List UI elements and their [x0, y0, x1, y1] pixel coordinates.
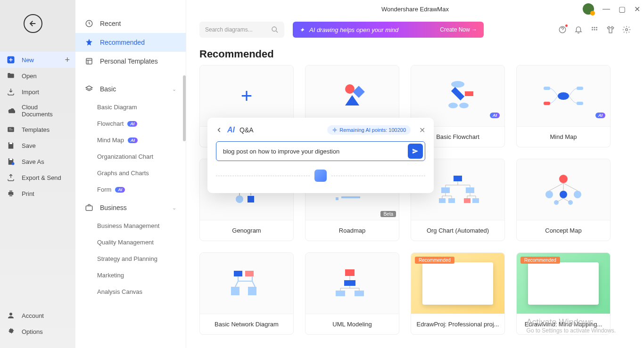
ai-send-button[interactable] [408, 144, 423, 159]
nav-print[interactable]: Print [0, 186, 75, 202]
sub-quality-mgmt[interactable]: Quality Management [75, 234, 186, 251]
section-business[interactable]: Business ⌄ [75, 198, 186, 218]
ai-badge: AI [127, 121, 137, 127]
sub-flowchart[interactable]: FlowchartAI [75, 115, 186, 132]
card-edrawmind[interactable]: Recommended EdrawMind: Mind Mapping... [516, 252, 611, 335]
svg-point-36 [236, 195, 243, 203]
nav-templates[interactable]: Templates [0, 121, 75, 138]
sub-label: Marketing [97, 272, 124, 279]
svg-rect-26 [465, 91, 473, 96]
recommended-badge: Recommended [520, 257, 560, 264]
nav-label: Account [22, 312, 44, 319]
close-button[interactable]: ✕ [634, 5, 640, 14]
sub-basic-diagram[interactable]: Basic Diagram [75, 99, 186, 115]
sub-marketing[interactable]: Marketing [75, 267, 186, 283]
svg-rect-66 [355, 291, 364, 296]
svg-point-67 [334, 129, 336, 131]
card-uml[interactable]: UML Modeling [305, 252, 399, 335]
nav-open[interactable]: Open [0, 68, 75, 84]
app-title: Wondershare EdrawMax [381, 6, 449, 13]
card-concept-map[interactable]: Concept Map [516, 159, 611, 241]
points-text: Remaining AI points: 100200 [339, 127, 406, 133]
ai-points-badge[interactable]: Remaining AI points: 100200 [327, 125, 411, 135]
ai-banner[interactable]: ✦ AI drawing helps open your mind Create… [293, 22, 484, 38]
flowchart-icon [437, 80, 479, 113]
nav-save-as[interactable]: Save As [0, 154, 75, 170]
shapes-icon [336, 82, 369, 110]
sub-graphs-charts[interactable]: Graphs and Charts [75, 165, 186, 181]
templates-icon [7, 125, 15, 134]
sub-mind-map[interactable]: Mind MapAI [75, 132, 186, 148]
export-icon [7, 173, 15, 182]
print-icon [7, 189, 15, 198]
mid-personal-templates[interactable]: Personal Templates [75, 52, 186, 71]
dialog-close-button[interactable]: ✕ [419, 126, 425, 135]
dialog-back-button[interactable] [216, 127, 223, 133]
svg-rect-64 [344, 280, 355, 286]
svg-rect-7 [9, 194, 12, 197]
sparkle-icon: ✦ [299, 26, 305, 33]
settings-icon[interactable] [622, 25, 631, 34]
nav-import[interactable]: Import [0, 84, 75, 100]
back-button[interactable] [24, 14, 42, 33]
plus-icon: + [241, 85, 253, 107]
card-mind-map[interactable]: AI Mind Map [516, 65, 611, 147]
nav-account[interactable]: Account [0, 308, 75, 324]
nav-cloud-documents[interactable]: Cloud Documents [0, 100, 75, 121]
nav-save[interactable]: Save [0, 138, 75, 154]
sub-analysis-canvas[interactable]: Analysis Canvas [75, 283, 186, 300]
nav-export-send[interactable]: Export & Send [0, 170, 75, 186]
ai-divider [216, 170, 425, 182]
svg-point-53 [559, 175, 568, 183]
maximize-button[interactable]: ▢ [619, 5, 626, 14]
bell-icon[interactable] [574, 25, 583, 34]
svg-rect-1 [8, 127, 14, 132]
svg-rect-52 [472, 198, 479, 203]
card-label: UML Modeling [305, 314, 399, 334]
nav-label: Templates [22, 126, 50, 133]
grid-icon[interactable] [590, 25, 599, 34]
nav-label: Open [22, 73, 37, 80]
svg-rect-60 [245, 271, 254, 276]
user-avatar[interactable] [583, 3, 594, 15]
svg-point-54 [545, 191, 553, 198]
help-icon[interactable] [558, 25, 567, 34]
svg-rect-46 [454, 176, 462, 181]
ai-logo-icon: AI [227, 126, 235, 134]
ai-banner-text: AI drawing helps open your mind [309, 26, 398, 33]
mid-recent[interactable]: Recent [75, 14, 186, 33]
card-basic-network[interactable]: Basic Network Diagram [199, 252, 294, 335]
svg-rect-25 [451, 87, 464, 100]
search-input[interactable]: Search diagrams... [199, 22, 284, 38]
svg-rect-12 [86, 206, 92, 210]
nav-options[interactable]: Options [0, 324, 75, 340]
mid-recommended[interactable]: Recommended [75, 33, 186, 52]
mindmap-icon [540, 82, 587, 110]
svg-rect-45 [341, 196, 360, 198]
card-edrawproj[interactable]: Recommended EdrawProj: Professional proj… [411, 252, 505, 335]
ai-input-row [216, 141, 425, 161]
scrollbar[interactable] [183, 75, 186, 141]
create-now-button[interactable]: Create Now → [440, 26, 477, 33]
section-basic[interactable]: Basic ⌄ [75, 79, 186, 99]
mid-label: Recommended [100, 39, 145, 46]
svg-rect-48 [466, 187, 474, 193]
sub-business-mgmt[interactable]: Business Management [75, 218, 186, 234]
beta-badge: Beta [380, 211, 396, 217]
ai-qa-dialog: AI Q&A Remaining AI points: 100200 ✕ [207, 118, 434, 193]
sub-label: Mind Map [97, 137, 124, 144]
svg-point-13 [272, 27, 276, 31]
nav-new[interactable]: New + [0, 52, 75, 68]
svg-rect-2 [9, 142, 12, 144]
ai-prompt-input[interactable] [218, 144, 404, 159]
sub-form[interactable]: FormAI [75, 181, 186, 198]
sub-strategy-planning[interactable]: Strategy and Planning [75, 251, 186, 267]
conceptmap-icon [540, 173, 587, 206]
target-icon [332, 127, 338, 133]
sub-org-chart[interactable]: Organizational Chart [75, 148, 186, 165]
nav-label: Cloud Documents [22, 104, 69, 118]
template-grid: + AI Basic Flowchart AI Mind Map Genogra… [186, 65, 644, 335]
card-label: Basic Network Diagram [200, 314, 293, 334]
shirt-icon[interactable] [606, 25, 615, 34]
minimize-button[interactable]: — [603, 5, 610, 13]
